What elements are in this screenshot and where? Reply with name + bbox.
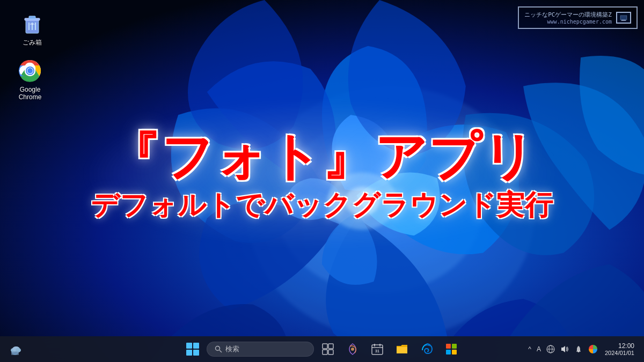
desktop: ごみ箱 Google Chrome ニッチなPCゲーマーの環境構築Z www.n… (0, 0, 644, 362)
watermark-pc-icon (616, 12, 631, 24)
sub-title: デフォルトでバックグラウンド実行 (80, 187, 564, 224)
google-chrome-image (17, 58, 43, 84)
svg-rect-27 (193, 350, 199, 356)
calendar-button[interactable]: 31 (367, 338, 388, 360)
tray-chevron[interactable]: ^ (526, 344, 533, 354)
search-label: 検索 (225, 344, 239, 354)
file-explorer-button[interactable] (391, 338, 413, 360)
color-profile-icon[interactable] (587, 343, 599, 355)
start-button[interactable] (182, 338, 203, 360)
recycle-bin-icon[interactable]: ごみ箱 (11, 9, 54, 48)
svg-rect-23 (11, 351, 19, 355)
clock-display[interactable]: 12:00 2024/01/01 (602, 341, 638, 357)
svg-rect-41 (446, 344, 451, 349)
watermark-line2: www.nichepcgamer.com (547, 19, 612, 25)
recycle-bin-image (19, 11, 45, 36)
svg-rect-44 (452, 350, 457, 354)
recycle-bin-label: ごみ箱 (23, 39, 42, 46)
svg-rect-24 (186, 343, 192, 349)
svg-rect-30 (323, 344, 327, 349)
svg-rect-26 (186, 350, 192, 356)
search-box[interactable]: 検索 (207, 342, 314, 357)
store-button[interactable] (441, 338, 462, 360)
time-value: 12:00 (605, 342, 634, 350)
svg-rect-32 (323, 350, 327, 354)
svg-rect-43 (446, 350, 451, 354)
svg-rect-18 (621, 21, 626, 21)
widgets-button[interactable] (342, 338, 363, 360)
svg-text:31: 31 (375, 349, 379, 353)
monitor-icon (616, 12, 631, 24)
watermark-line1: ニッチなPCゲーマーの環境構築Z (524, 11, 612, 19)
svg-rect-17 (621, 20, 626, 21)
title-overlay: 『フォト』アプリ デフォルトでバックグラウンド実行 (80, 128, 564, 225)
search-icon (215, 345, 222, 353)
svg-rect-42 (452, 344, 457, 349)
edge-button[interactable] (416, 338, 437, 360)
notification-bell-icon[interactable] (573, 344, 584, 354)
svg-rect-16 (620, 16, 627, 20)
volume-icon[interactable] (559, 344, 570, 354)
taskbar-center: 検索 (182, 338, 462, 360)
svg-point-35 (351, 348, 354, 351)
monitor-body (616, 12, 631, 24)
language-icon[interactable] (545, 344, 557, 354)
svg-rect-31 (328, 344, 333, 349)
task-view-button[interactable] (317, 338, 339, 360)
watermark-text: ニッチなPCゲーマーの環境構築Z www.nichepcgamer.com (524, 11, 612, 25)
google-chrome-icon[interactable]: Google Chrome (9, 56, 52, 104)
taskbar-left (6, 341, 24, 358)
svg-point-14 (27, 68, 33, 73)
svg-point-28 (216, 346, 220, 351)
svg-rect-7 (29, 16, 35, 19)
svg-rect-33 (328, 350, 333, 354)
notification-area: ^ A (526, 341, 638, 357)
taskbar: 検索 (0, 336, 644, 362)
svg-rect-25 (193, 343, 199, 349)
keyboard-layout[interactable]: A (535, 344, 543, 354)
main-title: 『フォト』アプリ (80, 128, 564, 185)
google-chrome-label: Google Chrome (11, 86, 49, 101)
date-value: 2024/01/01 (605, 350, 634, 356)
watermark: ニッチなPCゲーマーの環境構築Z www.nichepcgamer.com (518, 6, 638, 29)
svg-line-29 (219, 350, 222, 352)
system-tray: ^ A (526, 341, 638, 357)
weather-icon[interactable] (6, 341, 24, 358)
